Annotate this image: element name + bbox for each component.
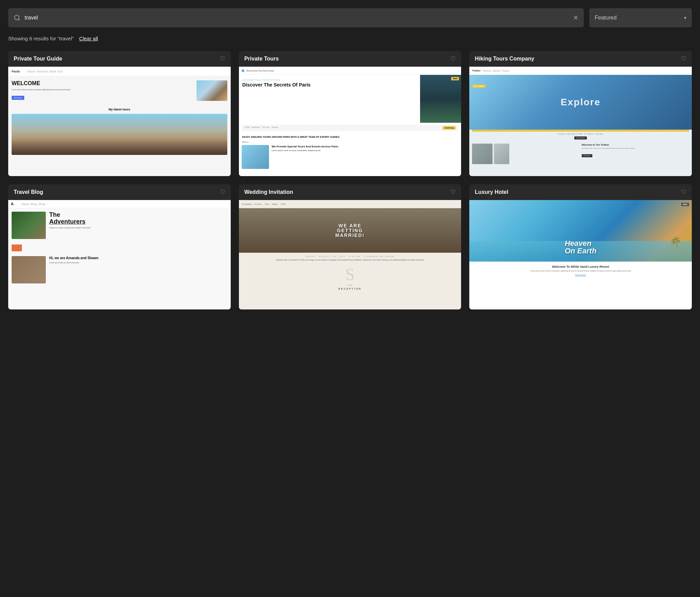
card-header: Luxury Hotel ♡ — [469, 184, 692, 200]
plux-welcome-title: Welcome To White Sand Luxury Resort — [473, 265, 688, 268]
template-grid: Private Tour Guide ♡ Paolo About Service… — [8, 51, 692, 309]
card-header: Travel Blog ♡ — [8, 184, 231, 200]
ppt-desc-sub: Meet us → — [239, 141, 461, 143]
card-title: Wedding Invitation — [244, 189, 293, 195]
svg-line-1 — [18, 19, 20, 21]
card-title: Luxury Hotel — [475, 189, 508, 195]
card-preview[interactable]: Trekker Home About Tours Free Trekker PR… — [469, 67, 692, 176]
search-clear-button[interactable]: ✕ — [573, 15, 578, 21]
plux-heaven-text: Heaven — [565, 240, 596, 247]
phk-bottom-images — [472, 144, 578, 164]
ppt-main-title: Discover The Secrets Of Paris — [242, 82, 417, 88]
pwed-mid: FRIDAY · AUGUST 7TH, 2021 · 4:00 PM · FL… — [239, 253, 461, 264]
phk-nav-logo: Trekker — [472, 69, 481, 72]
favorite-button[interactable]: ♡ — [450, 56, 456, 62]
chevron-down-icon: ▾ — [684, 15, 686, 21]
pwed-line3: MARRIED! — [335, 233, 365, 238]
ppt-hero-area: Unforgettable Private Tours Discover The… — [239, 75, 461, 123]
ppt-bottom-text-col: We Provide Special Tours And Events Acro… — [272, 145, 339, 169]
preview-luxury: PRO Heaven On Earth 🌴 Welcome To White S… — [469, 200, 692, 309]
svg-point-0 — [15, 15, 19, 20]
ptg-welcome-text: WELCOME — [12, 80, 193, 87]
phk-welcome-sub: Lorem ipsum dolor sit amet consectetur a… — [582, 147, 688, 149]
card-title: Travel Blog — [14, 189, 43, 195]
phk-welcome-title: Welcome to The Trekker — [582, 144, 688, 146]
ptg-tours-title: My latest tours — [8, 105, 231, 114]
favorite-button[interactable]: ♡ — [220, 56, 225, 62]
ptb-logo: A. — [11, 202, 14, 206]
card-private-tour-guide: Private Tour Guide ♡ Paolo About Service… — [8, 51, 231, 176]
ptb-nav-links: About Blog Shop ··· — [21, 202, 49, 206]
phk-welcome-col: Welcome to The Trekker Lorem ipsum dolor… — [580, 144, 689, 164]
nav-links: About Services Book Tour — [27, 70, 63, 73]
ptb-hero: TheAdventurers A place on a quest to exp… — [8, 208, 231, 242]
card-preview[interactable]: PRO Heaven On Earth 🌴 Welcome To White S… — [469, 200, 692, 309]
phk-hero-wrapper: Free Trekker PRO Explore — [469, 75, 692, 130]
card-wedding-invitation: Wedding Invitation ♡ The Wedding Our Sto… — [239, 184, 461, 309]
pwed-desc: Celebrate with us on August 7th, 2021 as… — [242, 259, 458, 262]
ptg-subtitle: Lorem ipsum dolor sit amet consectetur a… — [12, 89, 193, 91]
ptb-bottom: Hi, we are Amanda and Shawn Lorem ipsum … — [8, 253, 231, 286]
ptb-hero-image — [12, 212, 46, 239]
phk-cta-btn[interactable]: SHOW MORE — [574, 136, 587, 140]
phk-discover-btn[interactable]: DISCOVER — [582, 154, 592, 157]
favorite-button[interactable]: ♡ — [681, 56, 686, 62]
preview-tour-guide: Paolo About Services Book Tour WELCOME L… — [8, 67, 231, 176]
plux-palm-icon: 🌴 — [669, 236, 682, 248]
pwed-s-decorative: S — [239, 264, 461, 284]
ppt-logo — [242, 69, 244, 72]
card-preview[interactable]: A. About Blog Shop ··· TheAdventurers A … — [8, 200, 231, 309]
ptg-eiffel-image — [12, 114, 227, 155]
search-icon — [14, 14, 21, 21]
card-preview[interactable]: About Services Tours Prices Contact Unfo… — [239, 67, 461, 176]
ppt-bottom-title: We Provide Special Tours And Events Acro… — [272, 145, 339, 148]
ptg-hero-text: WELCOME Lorem ipsum dolor sit amet conse… — [12, 80, 193, 100]
clear-all-link[interactable]: Clear all — [79, 36, 98, 41]
pwed-nav: The Wedding Our Story Travel Registry RS… — [239, 200, 461, 208]
pwed-reception-text: RECEPTION — [239, 286, 461, 291]
ppt-search-bar: 1 Adult Destination Tour Type Duration S… — [242, 125, 459, 131]
free-badge: Free Trekker — [472, 84, 486, 88]
phk-nav: Trekker Home About Tours — [469, 67, 692, 75]
featured-label: Featured — [595, 15, 617, 21]
ppt-desc: ENJOY AMAZING TOURS AROUND PARIS WITH A … — [239, 133, 461, 141]
ppt-bottom: We Provide Special Tours And Events Acro… — [242, 145, 459, 169]
ptb-hero-text: TheAdventurers A place on a quest to exp… — [49, 212, 227, 239]
search-input[interactable] — [25, 15, 573, 21]
ptb-big-title: TheAdventurers — [49, 212, 227, 225]
ptb-desc: A place on a quest to explore the wonder… — [49, 227, 227, 229]
card-header: Private Tour Guide ♡ — [8, 51, 231, 67]
plux-hero-text: Heaven On Earth — [559, 234, 602, 262]
ppt-text-col: Unforgettable Private Tours Discover The… — [239, 75, 420, 123]
favorite-button[interactable]: ♡ — [220, 189, 225, 195]
ppt-bottom-desc: Lorem ipsum dolor sit amet consectetur a… — [272, 148, 339, 153]
featured-dropdown[interactable]: Featured ▾ — [589, 8, 692, 27]
ppt-bottom-image — [242, 145, 269, 169]
ptg-eiffel-overlay — [12, 130, 227, 155]
pwed-hero-text: WE ARE GETTING MARRIED! — [335, 223, 365, 238]
ptg-hero-image — [197, 80, 227, 101]
pwed-nav-logo: The Wedding — [242, 203, 252, 205]
plux-discover-link[interactable]: Discover More — [473, 274, 688, 276]
preview-hiking: Trekker Home About Tours Free Trekker PR… — [469, 67, 692, 176]
card-hiking-tours: Hiking Tours Company ♡ Trekker Home Abou… — [469, 51, 692, 176]
ptg-cta-btn[interactable]: Book Now — [12, 96, 24, 100]
search-wrapper: ✕ — [8, 8, 584, 27]
ptb-orange-accent — [12, 244, 22, 251]
favorite-button[interactable]: ♡ — [450, 189, 456, 195]
ppt-search-btn[interactable]: SEARCH ▶ — [443, 126, 456, 130]
ptg-logo: Paolo — [12, 70, 20, 73]
favorite-button[interactable]: ♡ — [681, 189, 686, 195]
phk-explore-text: Explore — [561, 97, 601, 108]
ptb-amanda-sub: Lorem ipsum dolor sit amet consectetur — [49, 262, 98, 264]
ppt-nav-links: About Services Tours Prices Contact — [246, 70, 274, 72]
pro-badge: PRO — [681, 203, 689, 206]
plux-bottom: Welcome To White Sand Luxury Resort Lore… — [469, 262, 692, 279]
plux-on-earth-text: On Earth — [565, 247, 596, 255]
card-title: Hiking Tours Company — [475, 56, 534, 62]
card-preview[interactable]: The Wedding Our Story Travel Registry RS… — [239, 200, 461, 309]
card-preview[interactable]: Paolo About Services Book Tour WELCOME L… — [8, 67, 231, 176]
phk-bottom-img2 — [494, 144, 509, 164]
ppt-eiffel-image: PRO — [420, 75, 461, 123]
ptg-nav: Paolo About Services Book Tour — [8, 67, 231, 76]
